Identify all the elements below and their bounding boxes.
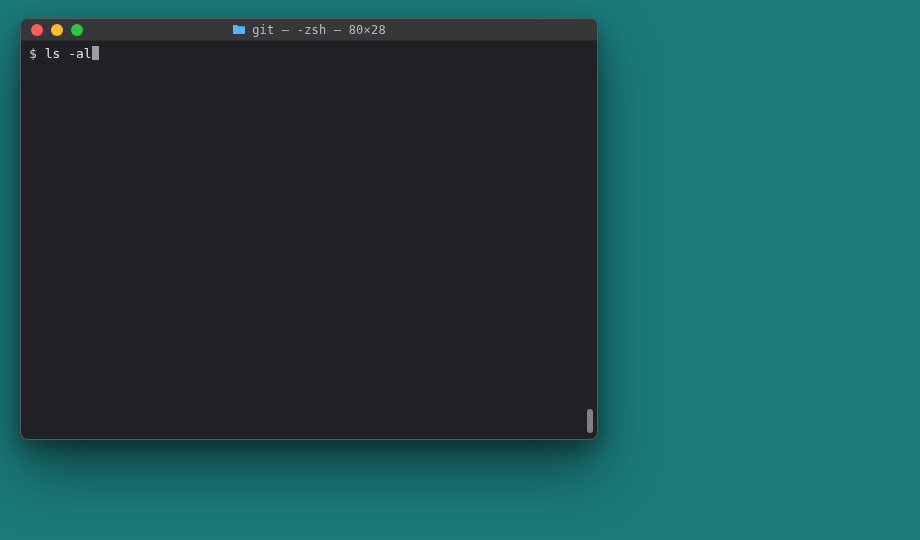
scrollbar-thumb[interactable] [587,409,593,433]
window-titlebar[interactable]: git — -zsh — 80×28 [21,19,597,41]
window-controls [21,24,83,36]
folder-icon [232,24,246,35]
prompt-symbol: $ [29,46,45,61]
terminal-body[interactable]: $ ls -al [21,41,597,439]
prompt-line: $ ls -al [29,45,589,63]
cursor [92,46,99,60]
maximize-button[interactable] [71,24,83,36]
command-text: ls -al [45,46,92,61]
window-title: git — -zsh — 80×28 [252,23,386,37]
minimize-button[interactable] [51,24,63,36]
window-title-wrap: git — -zsh — 80×28 [21,23,597,37]
close-button[interactable] [31,24,43,36]
terminal-window: git — -zsh — 80×28 $ ls -al [20,18,598,440]
